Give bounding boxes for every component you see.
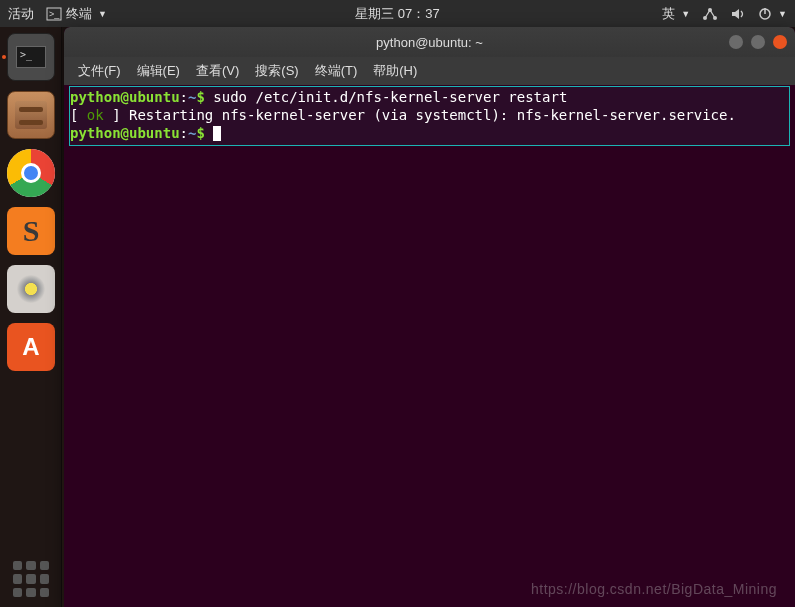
titlebar[interactable]: python@ubuntu: ~ bbox=[64, 27, 795, 57]
chevron-down-icon: ▼ bbox=[778, 9, 787, 19]
files-icon bbox=[15, 101, 47, 129]
menu-terminal[interactable]: 终端(T) bbox=[309, 60, 364, 82]
menubar: 文件(F) 编辑(E) 查看(V) 搜索(S) 终端(T) 帮助(H) bbox=[64, 57, 795, 85]
terminal-window: python@ubuntu: ~ 文件(F) 编辑(E) 查看(V) 搜索(S)… bbox=[64, 27, 795, 607]
watermark: https://blog.csdn.net/BigData_Mining bbox=[531, 581, 777, 597]
command-text: sudo /etc/init.d/nfs-kernel-server resta… bbox=[205, 89, 567, 105]
dock-rhythmbox[interactable] bbox=[7, 265, 55, 313]
activities-button[interactable]: 活动 bbox=[8, 5, 34, 23]
chevron-down-icon: ▼ bbox=[681, 9, 690, 19]
maximize-button[interactable] bbox=[751, 35, 765, 49]
input-source[interactable]: 英 ▼ bbox=[662, 5, 690, 23]
terminal-indicator-icon: >_ bbox=[46, 7, 62, 21]
menu-help[interactable]: 帮助(H) bbox=[367, 60, 423, 82]
status-ok: ok bbox=[87, 107, 104, 123]
app-menu-label: 终端 bbox=[66, 5, 92, 23]
menu-edit[interactable]: 编辑(E) bbox=[131, 60, 186, 82]
speaker-icon bbox=[17, 275, 45, 303]
dock-sublime[interactable]: S bbox=[7, 207, 55, 255]
top-panel: 活动 >_ 终端 ▼ 星期三 07：37 英 ▼ ▼ bbox=[0, 0, 795, 27]
terminal-output[interactable]: python@ubuntu:~$ sudo /etc/init.d/nfs-ke… bbox=[64, 85, 795, 147]
input-source-label: 英 bbox=[662, 5, 675, 23]
volume-icon[interactable] bbox=[730, 7, 746, 21]
sublime-icon: S bbox=[23, 214, 40, 248]
clock[interactable]: 星期三 07：37 bbox=[355, 5, 440, 23]
chevron-down-icon: ▼ bbox=[98, 9, 107, 19]
dock: >_ S A bbox=[0, 27, 62, 607]
cursor bbox=[213, 126, 221, 141]
dock-chrome[interactable] bbox=[7, 149, 55, 197]
desktop: >_ S A python@ubuntu: ~ bbox=[0, 27, 795, 607]
power-icon[interactable]: ▼ bbox=[758, 7, 787, 21]
dock-terminal[interactable]: >_ bbox=[7, 33, 55, 81]
window-title: python@ubuntu: ~ bbox=[376, 35, 483, 50]
selected-region: python@ubuntu:~$ sudo /etc/init.d/nfs-ke… bbox=[70, 87, 789, 145]
app-menu[interactable]: >_ 终端 ▼ bbox=[46, 5, 107, 23]
menu-file[interactable]: 文件(F) bbox=[72, 60, 127, 82]
prompt-user: python@ubuntu bbox=[70, 125, 180, 141]
menu-search[interactable]: 搜索(S) bbox=[249, 60, 304, 82]
menu-view[interactable]: 查看(V) bbox=[190, 60, 245, 82]
network-icon[interactable] bbox=[702, 7, 718, 21]
terminal-icon: >_ bbox=[16, 46, 46, 68]
show-applications-button[interactable] bbox=[13, 561, 49, 597]
close-button[interactable] bbox=[773, 35, 787, 49]
dock-software[interactable]: A bbox=[7, 323, 55, 371]
svg-text:>_: >_ bbox=[49, 9, 60, 19]
dock-files[interactable] bbox=[7, 91, 55, 139]
workspace: python@ubuntu: ~ 文件(F) 编辑(E) 查看(V) 搜索(S)… bbox=[62, 27, 795, 607]
software-icon: A bbox=[22, 333, 39, 361]
prompt-user: python@ubuntu bbox=[70, 89, 180, 105]
minimize-button[interactable] bbox=[729, 35, 743, 49]
